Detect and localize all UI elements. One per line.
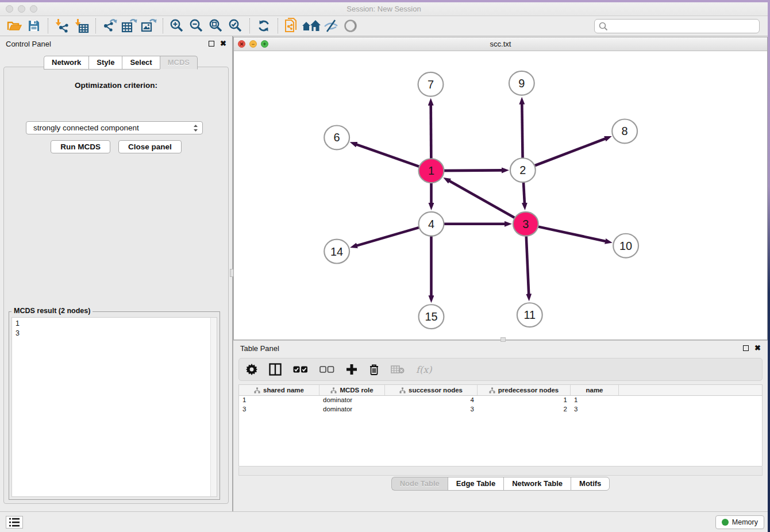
zoom-selected-button[interactable] — [226, 17, 245, 34]
deselect-all-button[interactable] — [319, 361, 334, 377]
table-tabs: Node TableEdge TableNetwork TableMotifs — [233, 477, 768, 491]
import-table-icon — [74, 18, 89, 33]
home-houses-icon — [302, 19, 321, 33]
edge-3-11[interactable] — [526, 230, 529, 295]
column-header-name[interactable]: name — [571, 385, 619, 395]
import-network-icon — [55, 18, 70, 33]
show-all-eye-icon — [343, 18, 358, 33]
table-row[interactable]: 1dominator411 — [239, 396, 762, 405]
control-panel-title: Control Panel — [6, 40, 209, 48]
tab-motifs[interactable]: Motifs — [571, 477, 610, 491]
graph-node-9[interactable]: 9 — [509, 71, 534, 95]
table-panel-header: Table Panel ✖ — [233, 341, 768, 356]
table-toolbar: f(x) — [238, 358, 763, 381]
open-session-button[interactable] — [5, 17, 24, 34]
graph-node-3[interactable]: 3 — [513, 212, 538, 236]
tab-style[interactable]: Style — [88, 56, 122, 70]
edge-4-14[interactable] — [357, 226, 425, 246]
import-network-button[interactable] — [52, 17, 72, 34]
delete-table-button[interactable] — [391, 361, 405, 377]
tab-node-table[interactable]: Node Table — [391, 477, 448, 491]
table-close-icon[interactable]: ✖ — [754, 345, 761, 351]
export-table-icon — [121, 18, 137, 33]
function-builder-button[interactable]: f(x) — [416, 361, 432, 377]
table-cell[interactable]: 3 — [385, 405, 478, 414]
table-horizontal-scrollbar[interactable] — [238, 467, 763, 476]
edge-1-7[interactable] — [431, 105, 432, 165]
duplicate-network-button[interactable] — [282, 17, 302, 34]
export-image-button[interactable] — [139, 17, 159, 34]
table-float-icon[interactable] — [743, 345, 749, 351]
first-neighbors-button[interactable] — [302, 17, 321, 34]
column-header-successor-nodes[interactable]: successor nodes — [385, 385, 478, 395]
refresh-button[interactable] — [254, 17, 274, 34]
table-cell[interactable]: 4 — [385, 396, 478, 405]
save-session-button[interactable] — [24, 17, 44, 34]
column-header-mcds-role[interactable]: MCDS role — [319, 385, 385, 395]
float-panel-icon[interactable] — [209, 41, 214, 47]
delete-row-button[interactable] — [369, 361, 379, 377]
table-cell[interactable]: 1 — [478, 396, 571, 405]
tab-select[interactable]: Select — [122, 56, 159, 70]
search-input[interactable] — [609, 21, 759, 32]
show-columns-button[interactable] — [269, 361, 282, 377]
table-cell[interactable]: 1 — [239, 396, 319, 405]
edge-1-2[interactable] — [437, 170, 502, 171]
graph-node-10[interactable]: 10 — [613, 234, 638, 258]
table-cell[interactable]: 3 — [571, 405, 619, 414]
memory-button[interactable]: Memory — [715, 515, 764, 529]
graph-node-1[interactable]: 1 — [419, 159, 444, 183]
graph-node-4[interactable]: 4 — [419, 212, 444, 236]
table-row[interactable]: 3dominator323 — [239, 405, 762, 414]
edge-3-1[interactable] — [449, 181, 521, 221]
table-cell[interactable]: 2 — [478, 405, 571, 414]
export-network-button[interactable] — [100, 17, 120, 34]
edge-1-6[interactable] — [356, 144, 425, 168]
mcds-result-group: MCDS result (2 nodes) 1 3 — [9, 311, 220, 500]
tab-edge-table[interactable]: Edge Table — [448, 477, 503, 491]
table-cell[interactable]: dominator — [319, 405, 385, 414]
task-history-button[interactable] — [6, 516, 23, 529]
column-header-shared-name[interactable]: shared name — [239, 385, 319, 395]
column-label: predecessor nodes — [498, 387, 559, 394]
graph-node-15[interactable]: 15 — [419, 304, 444, 329]
export-table-button[interactable] — [120, 17, 139, 34]
graph-node-2[interactable]: 2 — [510, 158, 536, 182]
add-row-button[interactable] — [346, 361, 357, 377]
zoom-out-button[interactable] — [187, 17, 206, 34]
optimization-criterion-dropdown[interactable]: strongly connected component — [26, 121, 203, 134]
zoom-fit-button[interactable] — [206, 17, 226, 34]
tab-network-table[interactable]: Network Table — [503, 477, 571, 491]
show-all-button[interactable] — [341, 17, 360, 34]
zoom-in-button[interactable] — [167, 17, 187, 34]
import-table-button[interactable] — [72, 17, 91, 34]
close-panel-button[interactable]: Close panel — [118, 140, 182, 153]
graph-node-7[interactable]: 7 — [418, 72, 444, 97]
hide-selected-button[interactable] — [321, 17, 341, 34]
window-title: Session: New Session — [0, 5, 768, 13]
tab-network[interactable]: Network — [44, 56, 88, 70]
close-panel-icon[interactable]: ✖ — [220, 41, 226, 47]
table-cell[interactable]: 3 — [239, 405, 319, 414]
edge-2-9[interactable] — [522, 104, 522, 164]
mcds-panel: Optimization criterion: strongly connect… — [3, 67, 229, 504]
graph-node-14[interactable]: 14 — [324, 240, 349, 264]
table-cell[interactable]: 1 — [571, 396, 619, 405]
horizontal-splitter-grip[interactable] — [500, 337, 506, 342]
tab-mcds[interactable]: MCDS — [160, 56, 198, 70]
select-all-button[interactable] — [293, 361, 308, 377]
run-mcds-button[interactable]: Run MCDS — [51, 140, 110, 153]
delete-table-icon — [391, 365, 405, 374]
edge-2-8[interactable] — [529, 138, 606, 168]
dropdown-selected-value: strongly connected component — [33, 124, 192, 132]
table-settings-button[interactable] — [246, 361, 257, 377]
graph-node-8[interactable]: 8 — [612, 119, 637, 144]
graph-node-6[interactable]: 6 — [324, 125, 349, 149]
column-header-predecessor-nodes[interactable]: predecessor nodes — [478, 385, 571, 395]
edge-3-10[interactable] — [532, 225, 606, 241]
table-cell[interactable]: dominator — [319, 396, 385, 405]
zoom-fit-icon — [209, 18, 224, 33]
graph-node-11[interactable]: 11 — [517, 303, 542, 327]
network-canvas[interactable]: 1234678910111415 — [234, 51, 767, 340]
result-scrollbar[interactable] — [210, 318, 217, 496]
